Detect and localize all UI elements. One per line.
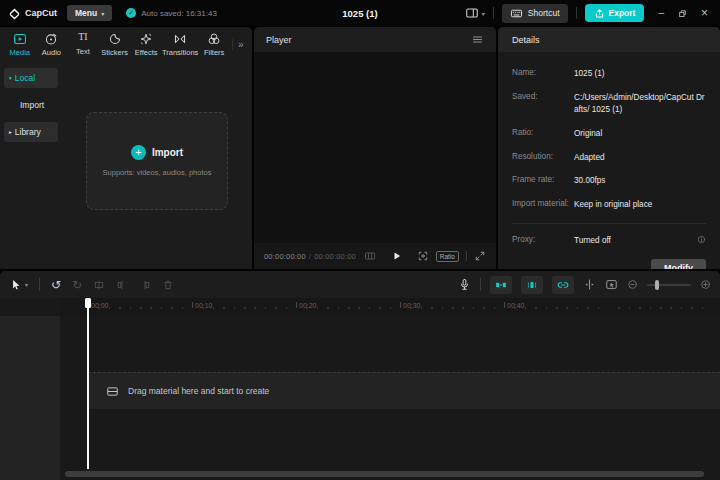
effects-icon	[139, 32, 153, 46]
ruler-minor-tick	[119, 307, 121, 309]
export-button[interactable]: Export	[585, 4, 645, 22]
sidebar-item-library[interactable]: ▸ Library	[4, 122, 58, 142]
ruler-major-tick	[296, 302, 297, 308]
sidebar-item-local[interactable]: ▾ Local	[4, 68, 58, 88]
ruler-minor-tick	[546, 307, 548, 309]
menu-button[interactable]: Menu ▾	[67, 5, 112, 21]
ruler-minor-tick	[462, 307, 464, 309]
ruler-minor-tick	[98, 307, 100, 309]
preview-axis-toggle[interactable]	[583, 278, 596, 291]
ratio-button[interactable]: Ratio	[436, 251, 459, 262]
ruler-minor-tick	[369, 307, 371, 309]
tab-media[interactable]: Media	[4, 32, 36, 57]
media-content-area: + Import Supports: videos, audios, photo…	[62, 60, 252, 269]
detail-row-import-material: Import material: Keep in original place	[512, 199, 706, 211]
more-tabs-button[interactable]: »	[232, 39, 248, 50]
ruler-minor-tick	[494, 307, 496, 309]
check-circle-icon: ✓	[126, 8, 136, 18]
modify-button[interactable]: Modify	[651, 259, 706, 269]
layout-switcher-button[interactable]: ▾	[465, 6, 485, 20]
shortcut-button[interactable]: Shortcut	[502, 4, 568, 23]
top-bar: CapCut Menu ▾ ✓ Auto saved: 16:31:43 102…	[0, 0, 720, 26]
zoom-out-icon[interactable]	[627, 279, 638, 290]
ruler-minor-tick	[161, 307, 163, 309]
ruler-minor-tick	[660, 307, 662, 309]
tab-effects[interactable]: Effects	[130, 32, 162, 57]
fullscreen-icon[interactable]	[474, 250, 486, 262]
delete-left-button[interactable]	[116, 279, 128, 291]
ruler-minor-tick	[670, 307, 672, 309]
ruler-major-tick	[400, 302, 401, 308]
ruler-minor-tick	[140, 307, 142, 309]
record-voiceover-icon[interactable]	[458, 278, 471, 291]
ruler-minor-tick	[650, 307, 652, 309]
empty-track-drop-target[interactable]: Drag material here and start to create	[88, 372, 720, 409]
tab-stickers[interactable]: Stickers	[99, 32, 131, 57]
info-icon[interactable]	[697, 235, 706, 244]
close-button[interactable]: ×	[701, 7, 708, 19]
details-header: Details	[498, 27, 720, 52]
autosave-status: ✓ Auto saved: 16:31:43	[126, 8, 217, 18]
transitions-icon	[173, 32, 187, 46]
timeline-tracks-area: Drag material here and start to create	[0, 316, 720, 480]
select-tool-button[interactable]: ▾	[9, 278, 28, 291]
tab-text[interactable]: TI Text	[67, 32, 99, 56]
ruler-minor-tick	[431, 307, 433, 309]
chevron-double-right-icon: »	[238, 39, 244, 50]
ruler-minor-tick	[286, 307, 288, 309]
timeline-view-settings-icon[interactable]	[605, 278, 618, 291]
brand: CapCut	[8, 7, 57, 20]
player-header: Player	[254, 27, 496, 52]
playhead[interactable]	[87, 298, 89, 469]
tab-audio[interactable]: Audio	[36, 32, 68, 57]
split-button[interactable]	[93, 279, 105, 291]
play-button[interactable]	[392, 251, 402, 261]
delete-button[interactable]	[162, 279, 174, 291]
import-hint: Supports: videos, audios, photos	[103, 168, 212, 177]
ruler-minor-tick	[244, 307, 246, 309]
details-panel: Details Name: 1025 (1) Saved: C:/Users/A…	[498, 27, 720, 269]
stickers-icon	[108, 32, 122, 46]
player-viewport	[254, 52, 496, 243]
details-title: Details	[512, 35, 540, 45]
player-panel: Player 00:00:00:00/00:00:00:00	[254, 27, 496, 269]
ruler-minor-tick	[213, 307, 215, 309]
tab-filters[interactable]: Filters	[198, 32, 230, 57]
project-title: 1025 (1)	[342, 0, 377, 26]
player-menu-icon[interactable]	[471, 33, 484, 46]
keyboard-icon	[510, 7, 523, 20]
timeline-ruler[interactable]: 00:0000:1000:2000:3000:40	[60, 298, 720, 316]
text-icon: TI	[78, 32, 87, 45]
detail-row-name: Name: 1025 (1)	[512, 68, 706, 80]
ruler-minor-tick	[618, 307, 620, 309]
main-track-magnet-toggle[interactable]	[490, 276, 512, 294]
tab-transitions[interactable]: Transitions	[162, 32, 198, 57]
import-dropzone[interactable]: + Import Supports: videos, audios, photo…	[86, 112, 228, 210]
delete-right-button[interactable]	[139, 279, 151, 291]
fit-to-screen-icon[interactable]	[417, 250, 429, 262]
undo-button[interactable]: ↺	[51, 279, 61, 291]
minimize-button[interactable]: –	[658, 8, 664, 18]
ruler-minor-tick	[514, 307, 516, 309]
ruler-minor-tick	[306, 307, 308, 309]
linkage-toggle[interactable]	[552, 276, 574, 294]
sidebar-item-import[interactable]: Import	[4, 95, 58, 115]
zoom-slider-handle[interactable]	[655, 280, 659, 290]
ruler-minor-tick	[379, 307, 381, 309]
caret-right-icon: ▸	[9, 129, 12, 135]
timeline-toolbar: ▾ ↺ ↻	[0, 271, 720, 298]
horizontal-scrollbar[interactable]	[65, 471, 704, 477]
chevron-down-icon: ▾	[101, 10, 104, 17]
playhead-handle[interactable]	[85, 298, 91, 308]
media-panel: Media Audio TI Text	[0, 27, 252, 269]
auto-snapping-toggle[interactable]	[521, 276, 543, 294]
zoom-in-icon[interactable]	[700, 279, 711, 290]
ruler-minor-tick	[702, 307, 704, 309]
restore-window-button[interactable]	[678, 9, 687, 18]
ruler-minor-tick	[525, 307, 527, 309]
frame-preview-icon[interactable]	[364, 250, 376, 262]
ruler-minor-tick	[338, 307, 340, 309]
timeline-zoom-slider[interactable]	[647, 284, 691, 286]
ruler-minor-tick	[171, 307, 173, 309]
redo-button[interactable]: ↻	[72, 279, 82, 291]
